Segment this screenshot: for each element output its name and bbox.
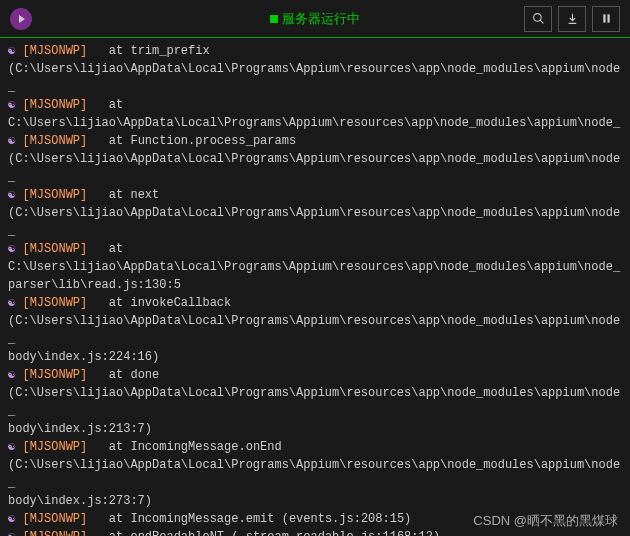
log-line: (C:\Users\lijiao\AppData\Local\Programs\… [8, 204, 622, 240]
log-line: C:\Users\lijiao\AppData\Local\Programs\A… [8, 114, 622, 132]
download-icon [566, 12, 579, 25]
mjsonwp-tag: [MJSONWP] [22, 188, 87, 202]
svg-point-0 [533, 14, 541, 22]
mjsonwp-tag: [MJSONWP] [22, 296, 87, 310]
log-line: body\index.js:273:7) [8, 492, 622, 510]
mjsonwp-tag: [MJSONWP] [22, 134, 87, 148]
log-line: parser\lib\read.js:130:5 [8, 276, 622, 294]
mjsonwp-tag: [MJSONWP] [22, 242, 87, 256]
svg-rect-2 [603, 14, 605, 22]
svg-rect-3 [607, 14, 609, 22]
header-actions [524, 6, 620, 32]
prompt-icon: ☯ [8, 242, 15, 256]
log-line: body\index.js:213:7) [8, 420, 622, 438]
prompt-icon: ☯ [8, 134, 15, 148]
log-line: ☯ [MJSONWP] at trim_prefix [8, 42, 622, 60]
log-line: (C:\Users\lijiao\AppData\Local\Programs\… [8, 456, 622, 492]
log-line: (C:\Users\lijiao\AppData\Local\Programs\… [8, 312, 622, 348]
mjsonwp-tag: [MJSONWP] [22, 44, 87, 58]
prompt-icon: ☯ [8, 44, 15, 58]
log-line: ☯ [MJSONWP] at [8, 96, 622, 114]
search-icon [532, 12, 545, 25]
log-line: (C:\Users\lijiao\AppData\Local\Programs\… [8, 150, 622, 186]
prompt-icon: ☯ [8, 98, 15, 112]
log-line: ☯ [MJSONWP] at Function.process_params [8, 132, 622, 150]
log-line: ☯ [MJSONWP] at next [8, 186, 622, 204]
app-header: 服务器运行中 [0, 0, 630, 38]
play-logo-icon [10, 8, 32, 30]
log-line: ☯ [MJSONWP] at invokeCallback [8, 294, 622, 312]
prompt-icon: ☯ [8, 440, 15, 454]
log-line: C:\Users\lijiao\AppData\Local\Programs\A… [8, 258, 622, 276]
mjsonwp-tag: [MJSONWP] [22, 98, 87, 112]
prompt-icon: ☯ [8, 530, 15, 536]
prompt-icon: ☯ [8, 512, 15, 526]
mjsonwp-tag: [MJSONWP] [22, 368, 87, 382]
svg-line-1 [540, 20, 543, 23]
prompt-icon: ☯ [8, 296, 15, 310]
watermark: CSDN @晒不黑的黑煤球 [473, 512, 618, 530]
log-line: ☯ [MJSONWP] at [8, 240, 622, 258]
download-button[interactable] [558, 6, 586, 32]
log-line: ☯ [MJSONWP] at IncomingMessage.onEnd [8, 438, 622, 456]
log-line: body\index.js:224:16) [8, 348, 622, 366]
mjsonwp-tag: [MJSONWP] [22, 440, 87, 454]
mjsonwp-tag: [MJSONWP] [22, 512, 87, 526]
status-indicator-icon [270, 15, 278, 23]
prompt-icon: ☯ [8, 188, 15, 202]
log-line: (C:\Users\lijiao\AppData\Local\Programs\… [8, 384, 622, 420]
status-text: 服务器运行中 [282, 10, 360, 28]
log-line: ☯ [MJSONWP] at done [8, 366, 622, 384]
pause-icon [601, 12, 612, 25]
log-line: (C:\Users\lijiao\AppData\Local\Programs\… [8, 60, 622, 96]
terminal-output[interactable]: ☯ [MJSONWP] at trim_prefix(C:\Users\liji… [0, 38, 630, 536]
mjsonwp-tag: [MJSONWP] [22, 530, 87, 536]
server-status: 服务器运行中 [270, 10, 360, 28]
search-button[interactable] [524, 6, 552, 32]
prompt-icon: ☯ [8, 368, 15, 382]
pause-button[interactable] [592, 6, 620, 32]
